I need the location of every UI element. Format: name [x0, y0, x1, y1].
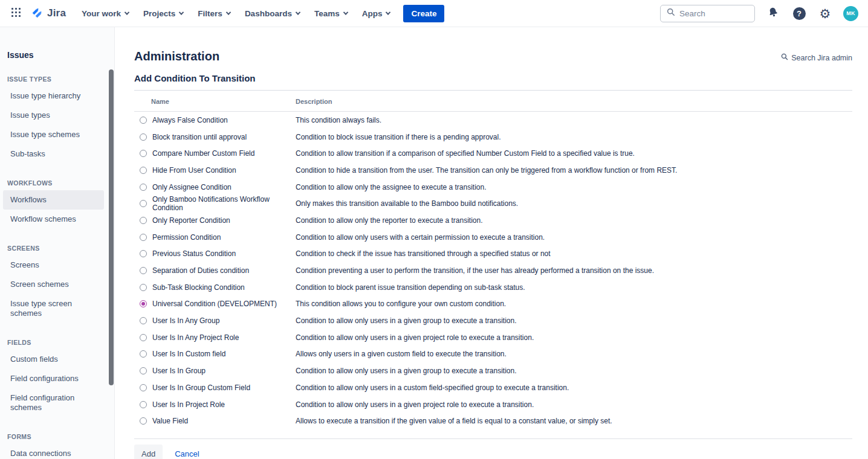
condition-name: User Is In Group: [152, 367, 206, 375]
user-avatar[interactable]: MK: [843, 6, 858, 21]
issues-sidebar: Issues ISSUE TYPESIssue type hierarchyIs…: [0, 27, 115, 459]
nav-item-teams[interactable]: Teams: [309, 4, 352, 23]
sidebar-item-field-configuration-schemes[interactable]: Field configuration schemes: [3, 388, 104, 417]
radio-unselected[interactable]: [140, 184, 147, 191]
nav-item-apps[interactable]: Apps: [357, 4, 395, 23]
sidebar-item-issue-types[interactable]: Issue types: [3, 106, 104, 125]
condition-description: Condition preventing a user to perform t…: [296, 266, 852, 275]
sidebar-item-custom-fields[interactable]: Custom fields: [3, 350, 104, 369]
condition-name: Sub-Task Blocking Condition: [152, 283, 245, 292]
table-row: Block transition until approvalCondition…: [134, 129, 852, 146]
chevron-down-icon: [125, 10, 129, 14]
name-cell: Universal Condition (DEVELOPMENT): [134, 300, 296, 308]
search-input[interactable]: [679, 9, 748, 18]
radio-dot: [141, 302, 145, 306]
sidebar-item-issue-type-screen-schemes[interactable]: Issue type screen schemes: [3, 294, 104, 323]
radio-unselected[interactable]: [140, 117, 147, 124]
nav-item-label: Projects: [143, 9, 175, 18]
condition-name: Value Field: [152, 417, 188, 425]
condition-description: Condition to allow only the reporter to …: [296, 216, 852, 225]
condition-description: Condition to block parent issue transiti…: [296, 283, 852, 292]
create-button[interactable]: Create: [403, 5, 444, 22]
table-row: Separation of Duties conditionCondition …: [134, 262, 852, 279]
condition-name: Universal Condition (DEVELOPMENT): [152, 300, 277, 308]
add-button[interactable]: Add: [134, 445, 163, 459]
radio-unselected[interactable]: [140, 334, 147, 341]
condition-name: User Is In Any Project Role: [152, 333, 239, 342]
radio-unselected[interactable]: [140, 217, 147, 224]
name-cell: Only Reporter Condition: [134, 216, 296, 225]
radio-unselected[interactable]: [140, 367, 147, 374]
jira-home-link[interactable]: Jira: [28, 5, 74, 21]
sidebar-scrollbar[interactable]: [109, 69, 114, 385]
radio-unselected[interactable]: [140, 267, 147, 274]
radio-unselected[interactable]: [140, 150, 147, 157]
name-cell: User Is In Project Role: [134, 400, 296, 409]
app-switcher-button[interactable]: [6, 4, 25, 23]
sidebar-item-data-connections[interactable]: Data connections: [3, 444, 104, 459]
global-search[interactable]: [660, 5, 755, 22]
name-cell: Hide From User Condition: [134, 166, 296, 175]
name-cell: Sub-Task Blocking Condition: [134, 283, 296, 292]
condition-name: Only Reporter Condition: [152, 216, 230, 225]
sidebar-title: Issues: [0, 50, 114, 60]
settings-button[interactable]: ⚙: [817, 5, 833, 21]
help-button[interactable]: ?: [791, 5, 807, 21]
table-row: Universal Condition (DEVELOPMENT)This co…: [134, 296, 852, 313]
brand-label: Jira: [47, 7, 66, 19]
radio-unselected[interactable]: [140, 417, 147, 425]
sidebar-sections: ISSUE TYPESIssue type hierarchyIssue typ…: [0, 75, 114, 459]
condition-description: Condition to allow only users with a cer…: [296, 233, 852, 242]
notifications-button[interactable]: [765, 5, 781, 21]
nav-item-projects[interactable]: Projects: [138, 4, 188, 23]
condition-name: User Is In Group Custom Field: [152, 384, 250, 392]
chevron-down-icon: [179, 10, 184, 14]
radio-unselected[interactable]: [140, 167, 147, 174]
condition-description: This condition allows you to configure y…: [296, 300, 852, 308]
sidebar-item-issue-type-hierarchy[interactable]: Issue type hierarchy: [3, 86, 104, 106]
top-navbar: Jira Your workProjectsFiltersDashboardsT…: [0, 0, 868, 27]
cancel-link[interactable]: Cancel: [175, 449, 199, 458]
radio-selected[interactable]: [140, 300, 147, 307]
sidebar-item-sub-tasks[interactable]: Sub-tasks: [3, 144, 104, 164]
sidebar-item-screen-schemes[interactable]: Screen schemes: [3, 275, 104, 294]
condition-description: Condition to allow only the assignee to …: [296, 183, 852, 191]
condition-description: This condition always fails.: [296, 116, 852, 124]
name-cell: Separation of Duties condition: [134, 266, 296, 275]
sidebar-item-workflows[interactable]: Workflows: [3, 190, 104, 210]
nav-item-your-work[interactable]: Your work: [77, 4, 134, 23]
radio-unselected[interactable]: [140, 133, 147, 141]
sidebar-item-issue-type-schemes[interactable]: Issue type schemes: [3, 125, 104, 144]
table-row: Sub-Task Blocking ConditionCondition to …: [134, 279, 852, 296]
name-cell: Block transition until approval: [134, 133, 296, 141]
radio-unselected[interactable]: [140, 250, 147, 257]
table-row: User Is In Custom fieldAllows only users…: [134, 346, 852, 363]
name-cell: User Is In Any Group: [134, 316, 296, 325]
radio-unselected[interactable]: [140, 350, 147, 358]
table-row: User Is In Group Custom FieldCondition t…: [134, 379, 852, 396]
main-nav: Your workProjectsFiltersDashboardsTeamsA…: [77, 4, 395, 23]
sidebar-section-header: ISSUE TYPES: [0, 75, 114, 83]
condition-description: Condition to block issue transition if t…: [296, 133, 852, 141]
sidebar-item-workflow-schemes[interactable]: Workflow schemes: [3, 210, 104, 229]
chevron-down-icon: [343, 10, 348, 14]
radio-unselected[interactable]: [140, 384, 147, 391]
search-jira-admin-link[interactable]: Search Jira admin: [781, 53, 852, 63]
condition-name: Block transition until approval: [152, 133, 247, 141]
condition-description: Condition to allow transition if a compa…: [296, 149, 852, 158]
radio-unselected[interactable]: [140, 317, 147, 324]
radio-unselected[interactable]: [140, 234, 147, 241]
name-cell: User Is In Group Custom Field: [134, 384, 296, 392]
sidebar-item-screens[interactable]: Screens: [3, 255, 104, 275]
radio-unselected[interactable]: [140, 200, 147, 207]
radio-unselected[interactable]: [140, 284, 147, 291]
nav-item-filters[interactable]: Filters: [193, 4, 235, 23]
radio-unselected[interactable]: [140, 401, 147, 408]
nav-item-label: Your work: [82, 9, 121, 18]
table-row: User Is In GroupCondition to allow only …: [134, 362, 852, 379]
nav-item-dashboards[interactable]: Dashboards: [240, 4, 305, 23]
nav-item-label: Apps: [362, 9, 383, 18]
sidebar-item-field-configurations[interactable]: Field configurations: [3, 369, 104, 388]
table-body: Always False ConditionThis condition alw…: [134, 112, 852, 429]
nav-item-label: Dashboards: [245, 9, 292, 18]
